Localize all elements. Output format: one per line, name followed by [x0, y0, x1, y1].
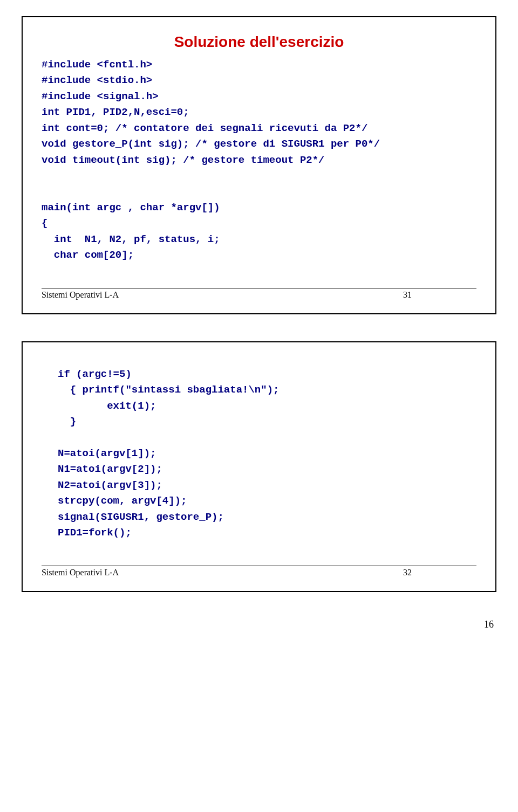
document-page-number: 16 [0, 619, 494, 630]
footer-page-num: 31 [403, 290, 412, 300]
footer-line: Sistemi Operativi L-A 31 [42, 288, 476, 300]
footer-label: Sistemi Operativi L-A [42, 290, 119, 300]
code-block-2: if (argc!=5) { printf("sintassi sbagliat… [58, 367, 476, 541]
slide-1: Soluzione dell'esercizio #include <fcntl… [22, 16, 496, 314]
slide-2: if (argc!=5) { printf("sintassi sbagliat… [22, 341, 496, 592]
code-block-1: #include <fcntl.h> #include <stdio.h> #i… [42, 57, 476, 264]
footer-label: Sistemi Operativi L-A [42, 568, 119, 577]
slide-footer: Sistemi Operativi L-A 31 [42, 288, 476, 300]
footer-page-num: 32 [403, 568, 412, 577]
slide-title: Soluzione dell'esercizio [42, 33, 476, 51]
slide-footer: Sistemi Operativi L-A 32 [42, 566, 476, 577]
footer-line: Sistemi Operativi L-A 32 [42, 566, 476, 577]
